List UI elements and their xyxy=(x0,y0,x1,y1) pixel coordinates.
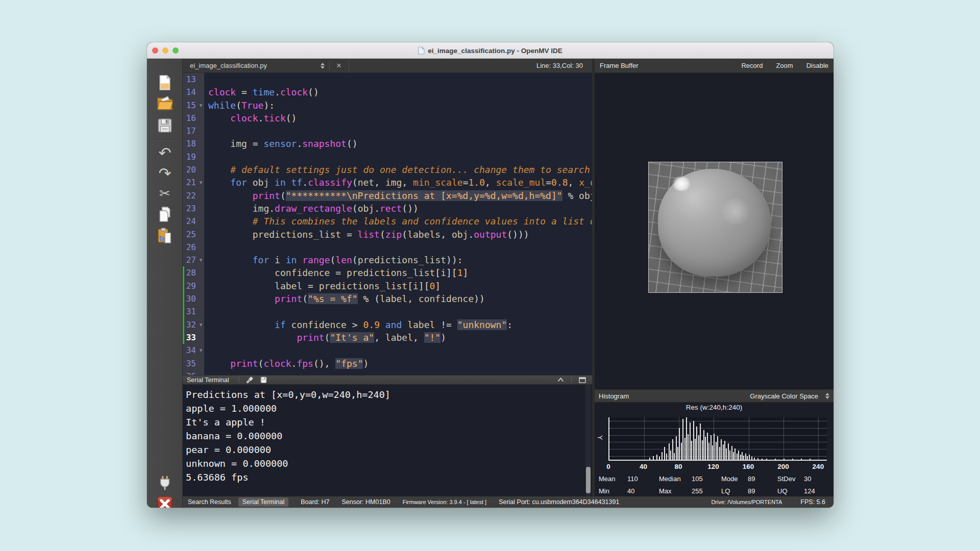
code-line[interactable]: 24 # This combines the labels and confid… xyxy=(183,215,592,228)
code-text: # default settings just do one detection… xyxy=(204,163,592,176)
code-line[interactable]: 16 clock.tick() xyxy=(183,112,592,124)
colorspace-stepper-icon[interactable] xyxy=(825,393,834,399)
clear-terminal-button[interactable] xyxy=(245,376,255,384)
histogram-bar xyxy=(707,433,708,460)
code-line[interactable]: 33 print("It's a", label, "!") xyxy=(183,331,592,344)
code-line[interactable]: 19 xyxy=(183,151,592,163)
histogram-bar xyxy=(766,459,767,460)
statusbar-sensor: Sensor: HM01B0 xyxy=(342,498,390,506)
fold-arrow-icon[interactable]: ▾ xyxy=(198,99,204,112)
code-line[interactable]: 21▾ for obj in tf.classify(net, img, min… xyxy=(183,176,592,189)
code-line[interactable]: 13 xyxy=(183,73,592,86)
line-number: 13 xyxy=(183,73,204,86)
histogram-bar xyxy=(728,443,729,460)
save-log-button[interactable] xyxy=(258,376,268,384)
code-line[interactable]: 29 label = predictions_list[i][0] xyxy=(183,280,592,292)
disable-button[interactable]: Disable xyxy=(806,62,828,69)
terminal-line: 5.63686 fps xyxy=(186,470,592,484)
code-line[interactable]: 17 xyxy=(183,124,592,137)
line-number: 34▾ xyxy=(183,344,204,357)
code-line[interactable]: 28 confidence = predictions_list[i][1] xyxy=(183,266,592,279)
code-line[interactable]: 27▾ for i in range(len(predictions_list)… xyxy=(183,254,592,266)
tab-ei-image-classification[interactable]: ei_image_classification.py × xyxy=(183,59,349,73)
code-text: label = predictions_list[i][0] xyxy=(204,280,440,292)
terminal-scrollbar-thumb[interactable] xyxy=(586,467,591,493)
stat-label: Mean xyxy=(599,475,627,483)
collapse-panel-button[interactable] xyxy=(555,376,566,384)
new-file-button[interactable] xyxy=(155,73,175,92)
stop-button[interactable] xyxy=(155,494,175,508)
terminal-line: unknown = 0.000000 xyxy=(186,457,592,470)
stat-label: UQ xyxy=(777,487,804,495)
code-line[interactable]: 35 print(clock.fps(), "fps") xyxy=(183,357,592,370)
code-line[interactable]: 23 img.draw_rectangle(obj.rect()) xyxy=(183,202,592,215)
line-number: 15▾ xyxy=(183,99,204,112)
colorspace-select[interactable]: Grayscale Color Space xyxy=(750,392,825,400)
stat-label: Mode xyxy=(721,475,748,483)
code-line[interactable]: 14clock = time.clock() xyxy=(183,86,592,98)
gridline-horizontal xyxy=(609,421,827,421)
code-line[interactable]: 36 xyxy=(183,370,592,375)
fold-arrow-icon[interactable]: ▾ xyxy=(198,254,204,266)
histogram-bar xyxy=(698,435,699,460)
histogram-stats: Mean110Median105Mode89StDev30Min40Max255… xyxy=(599,475,829,495)
histogram-bar xyxy=(702,440,703,460)
histogram-bar xyxy=(717,436,718,460)
save-file-button[interactable] xyxy=(155,116,175,135)
code-text: print("**********\nPredictions at [x=%d,… xyxy=(204,189,592,202)
histogram-bar xyxy=(684,438,685,460)
code-line[interactable]: 25 predictions_list = list(zip(labels, o… xyxy=(183,228,592,241)
code-line[interactable]: 15▾while(True): xyxy=(183,99,592,112)
histogram-bar xyxy=(693,421,694,460)
code-text xyxy=(204,305,208,318)
code-line[interactable]: 34▾ xyxy=(183,344,592,357)
code-text: confidence = predictions_list[i][1] xyxy=(204,266,468,279)
serial-terminal-header[interactable]: Serial Terminal xyxy=(183,375,592,385)
redo-button[interactable]: ↷ xyxy=(155,164,175,183)
histogram-bar xyxy=(783,459,785,460)
cut-button[interactable]: ✂ xyxy=(155,184,175,203)
connect-button[interactable] xyxy=(155,473,175,492)
undo-button[interactable]: ↶ xyxy=(155,143,175,163)
statusbar-search-results[interactable]: Search Results xyxy=(188,498,231,506)
line-number: 33 xyxy=(183,331,204,344)
histogram-bar xyxy=(738,450,739,460)
fold-arrow-icon[interactable]: ▾ xyxy=(198,344,204,357)
gridline-horizontal xyxy=(609,428,827,429)
code-line[interactable]: 31 xyxy=(183,305,592,318)
histogram-bar xyxy=(669,443,670,460)
code-line[interactable]: 30 print("%s = %f" % (label, confidence)… xyxy=(183,292,592,305)
code-line[interactable]: 20 # default settings just do one detect… xyxy=(183,163,592,176)
terminal-line: apple = 1.000000 xyxy=(186,402,592,415)
histogram-bar xyxy=(700,423,701,460)
axis-tick: 40 xyxy=(640,463,647,470)
serial-terminal-title: Serial Terminal xyxy=(183,377,235,384)
zoom-button[interactable]: Zoom xyxy=(776,62,793,69)
paste-button[interactable] xyxy=(155,226,175,245)
code-line[interactable]: 26 xyxy=(183,241,592,254)
histogram-bar xyxy=(737,454,738,460)
code-line[interactable]: 32▾ if confidence > 0.9 and label != "un… xyxy=(183,318,592,331)
tab-close-icon[interactable]: × xyxy=(334,61,344,71)
tab-label: ei_image_classification.py xyxy=(190,62,267,69)
copy-button[interactable] xyxy=(155,205,175,224)
axis-tick: 0 xyxy=(606,463,610,470)
line-number: 19 xyxy=(183,151,204,163)
fold-arrow-icon[interactable]: ▾ xyxy=(198,176,204,189)
fold-arrow-icon[interactable]: ▾ xyxy=(198,318,204,331)
detach-panel-button[interactable] xyxy=(577,376,587,384)
tab-list-stepper-icon[interactable] xyxy=(321,63,325,69)
code-editor[interactable]: 1314clock = time.clock()15▾while(True):1… xyxy=(183,73,592,375)
record-button[interactable]: Record xyxy=(741,62,763,69)
code-line[interactable]: 22 print("**********\nPredictions at [x=… xyxy=(183,189,592,202)
terminal-scrollbar[interactable] xyxy=(585,385,591,496)
statusbar-serial-terminal[interactable]: Serial Terminal xyxy=(238,497,288,507)
title-bar[interactable]: ei_image_classification.py - OpenMV IDE xyxy=(147,42,834,59)
frame-buffer-view[interactable] xyxy=(595,73,834,389)
histogram-bar xyxy=(666,454,667,460)
histogram-bar xyxy=(729,450,730,460)
code-text: print(clock.fps(), "fps") xyxy=(204,357,369,370)
serial-terminal-output[interactable]: Predictions at [x=0,y=0,w=240,h=240]appl… xyxy=(183,385,592,496)
code-line[interactable]: 18 img = sensor.snapshot() xyxy=(183,137,592,150)
open-file-button[interactable] xyxy=(155,93,175,113)
